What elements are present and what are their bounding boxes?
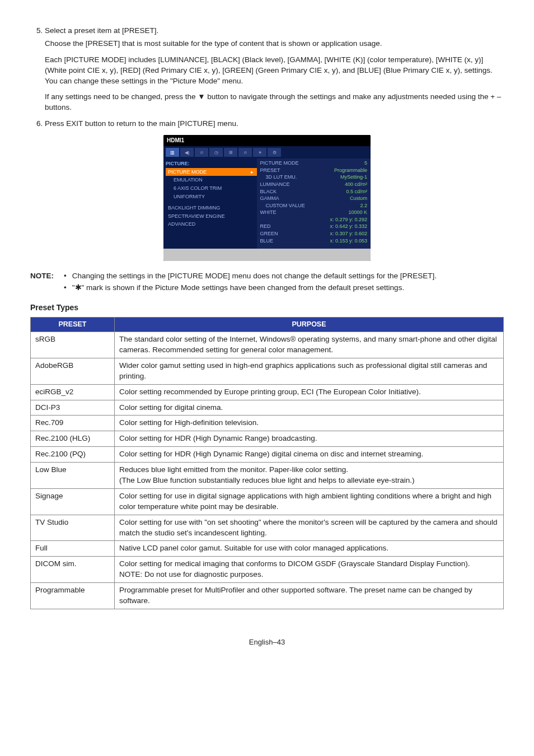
note-label: NOTE: bbox=[30, 271, 64, 295]
osd-left-menu: PICTURE: PICTURE MODE▸EMULATION6 AXIS CO… bbox=[163, 158, 257, 249]
preset-name-cell: eciRGB_v2 bbox=[31, 384, 115, 400]
osd-right-row: BLACK0.5 cd/m² bbox=[259, 188, 369, 195]
instruction-list: Select a preset item at [PRESET]. Choose… bbox=[30, 26, 504, 129]
osd-tab-input-icon: ⎚ bbox=[195, 148, 208, 157]
osd-input-title: HDMI1 bbox=[163, 135, 371, 146]
preset-purpose-cell: Wider color gamut setting used in high-e… bbox=[115, 358, 504, 384]
osd-right-row: REDx: 0.642 y: 0.332 bbox=[259, 223, 369, 230]
preset-col-header: PRESET bbox=[31, 317, 115, 332]
osd-left-item: PICTURE MODE▸ bbox=[166, 168, 257, 176]
table-row: DCI-P3Color setting for digital cinema. bbox=[31, 400, 504, 416]
osd-left-item: EMULATION bbox=[166, 176, 257, 184]
osd-right-row: WHITE10000 K bbox=[259, 209, 369, 216]
osd-left-item: ADVANCED bbox=[166, 220, 257, 228]
preset-name-cell: DCI-P3 bbox=[31, 400, 115, 416]
osd-left-item: BACKLIGHT DIMMING bbox=[166, 204, 257, 212]
osd-footer-bar bbox=[163, 249, 371, 261]
osd-right-row: PRESETProgrammable bbox=[259, 167, 369, 174]
step-5: Select a preset item at [PRESET]. Choose… bbox=[45, 26, 504, 113]
preset-name-cell: DICOM sim. bbox=[31, 557, 115, 583]
preset-name-cell: AdobeRGB bbox=[31, 358, 115, 384]
osd-section-title: PICTURE: bbox=[166, 160, 257, 168]
osd-screenshot: HDMI1 ▥ ◀) ⎚ ◷ ⊞ ⎚ ☀ ⚙ PICTURE: PICTURE … bbox=[30, 135, 504, 261]
step-5-p2: Each [PICTURE MODE] includes [LUMINANCE]… bbox=[45, 55, 504, 87]
table-row: TV StudioColor setting for use with "on … bbox=[31, 515, 504, 541]
preset-name-cell: TV Studio bbox=[31, 515, 115, 541]
preset-purpose-cell: Reduces blue light emitted from the moni… bbox=[115, 463, 504, 489]
preset-purpose-cell: Color setting for digital cinema. bbox=[115, 400, 504, 416]
table-row: Rec.709Color setting for High-definition… bbox=[31, 416, 504, 431]
osd-body: PICTURE: PICTURE MODE▸EMULATION6 AXIS CO… bbox=[163, 158, 371, 249]
note-bullets: Changing the settings in the [PICTURE MO… bbox=[64, 271, 504, 295]
osd-right-row: GREENx: 0.307 y: 0.602 bbox=[259, 230, 369, 237]
osd-right-row: x: 0.279 y: 0.292 bbox=[259, 216, 369, 223]
table-row: FullNative LCD panel color gamut. Suitab… bbox=[31, 541, 504, 557]
osd-tab-audio-icon: ◀) bbox=[180, 148, 194, 157]
note-bullet-2: "✱" mark is shown if the Picture Mode se… bbox=[64, 283, 504, 293]
table-row: Low BlueReduces blue light emitted from … bbox=[31, 463, 504, 489]
step-5-p3: If any settings need to be changed, pres… bbox=[45, 92, 504, 113]
table-row: sRGBThe standard color setting of the In… bbox=[31, 332, 504, 358]
table-row: AdobeRGBWider color gamut setting used i… bbox=[31, 358, 504, 384]
step-6-title: Press EXIT button to return to the main … bbox=[45, 119, 238, 128]
preset-name-cell: Full bbox=[31, 541, 115, 557]
preset-name-cell: Rec.709 bbox=[31, 416, 115, 431]
step-6: Press EXIT button to return to the main … bbox=[45, 119, 504, 129]
preset-purpose-cell: Native LCD panel color gamut. Suitable f… bbox=[115, 541, 504, 557]
preset-name-cell: Programmable bbox=[31, 583, 115, 609]
preset-name-cell: Rec.2100 (HLG) bbox=[31, 431, 115, 447]
osd-tab-system-icon: ⚙ bbox=[268, 148, 281, 157]
preset-purpose-cell: The standard color setting of the Intern… bbox=[115, 332, 504, 358]
table-row: eciRGB_v2Color setting recommended by Eu… bbox=[31, 384, 504, 400]
preset-name-cell: Low Blue bbox=[31, 463, 115, 489]
preset-purpose-cell: Color setting for High-definition televi… bbox=[115, 416, 504, 431]
preset-purpose-cell: Color setting for use in digital signage… bbox=[115, 488, 504, 515]
table-row: Rec.2100 (HLG)Color setting for HDR (Hig… bbox=[31, 431, 504, 447]
osd-panel: HDMI1 ▥ ◀) ⎚ ◷ ⊞ ⎚ ☀ ⚙ PICTURE: PICTURE … bbox=[163, 135, 371, 261]
preset-purpose-cell: Color setting for use with "on set shoot… bbox=[115, 515, 504, 541]
osd-tab-bar: ▥ ◀) ⎚ ◷ ⊞ ⎚ ☀ ⚙ bbox=[163, 146, 371, 158]
preset-purpose-cell: Programmable preset for MultiProfiler an… bbox=[115, 583, 504, 609]
preset-table: PRESET PURPOSE sRGBThe standard color se… bbox=[30, 317, 504, 609]
step-5-title: Select a preset item at [PRESET]. bbox=[45, 26, 158, 35]
osd-left-item: UNIFORMITY bbox=[166, 193, 257, 201]
osd-tab-network-icon: ⎚ bbox=[238, 148, 252, 157]
osd-right-menu: PICTURE MODE5PRESETProgrammable3D LUT EM… bbox=[257, 158, 371, 249]
osd-right-row: LUMINANCE400 cd/m² bbox=[259, 181, 369, 188]
purpose-col-header: PURPOSE bbox=[115, 317, 504, 332]
preset-purpose-cell: Color setting recommended by Europe prin… bbox=[115, 384, 504, 400]
table-row: SignageColor setting for use in digital … bbox=[31, 488, 504, 515]
step-5-p3a: If any settings need to be changed, pres… bbox=[45, 92, 198, 101]
preset-name-cell: Signage bbox=[31, 488, 115, 515]
preset-purpose-cell: Color setting for HDR (High Dynamic Rang… bbox=[115, 431, 504, 447]
osd-left-item: SPECTRAVIEW ENGINE bbox=[166, 212, 257, 221]
osd-right-row: CUSTOM VALUE2.2 bbox=[259, 202, 369, 209]
osd-right-row: PICTURE MODE5 bbox=[259, 160, 369, 167]
preset-purpose-cell: Color setting for medical imaging that c… bbox=[115, 557, 504, 583]
osd-tab-multi-icon: ⊞ bbox=[224, 148, 237, 157]
note-bullet-1: Changing the settings in the [PICTURE MO… bbox=[64, 271, 504, 282]
note-block: NOTE: Changing the settings in the [PICT… bbox=[30, 271, 504, 295]
osd-right-row: 3D LUT EMU.MySetting-1 bbox=[259, 174, 369, 181]
preset-name-cell: sRGB bbox=[31, 332, 115, 358]
osd-tab-picture-icon: ▥ bbox=[166, 148, 179, 157]
down-triangle-icon: ▼ bbox=[198, 92, 205, 101]
osd-right-row: BLUEx: 0.153 y: 0.053 bbox=[259, 237, 369, 245]
preset-purpose-cell: Color setting for HDR (High Dynamic Rang… bbox=[115, 447, 504, 463]
step-5-p1: Choose the [PRESET] that is most suitabl… bbox=[45, 39, 504, 49]
osd-tab-schedule-icon: ◷ bbox=[209, 148, 223, 157]
osd-tab-protect-icon: ☀ bbox=[253, 148, 266, 157]
table-row: Rec.2100 (PQ)Color setting for HDR (High… bbox=[31, 447, 504, 463]
page-footer: English–43 bbox=[30, 637, 504, 647]
table-row: ProgrammableProgrammable preset for Mult… bbox=[31, 583, 504, 609]
osd-left-item: 6 AXIS COLOR TRIM bbox=[166, 184, 257, 193]
table-row: DICOM sim.Color setting for medical imag… bbox=[31, 557, 504, 583]
osd-right-row: GAMMACustom bbox=[259, 195, 369, 202]
preset-name-cell: Rec.2100 (PQ) bbox=[31, 447, 115, 463]
preset-types-heading: Preset Types bbox=[30, 302, 504, 314]
